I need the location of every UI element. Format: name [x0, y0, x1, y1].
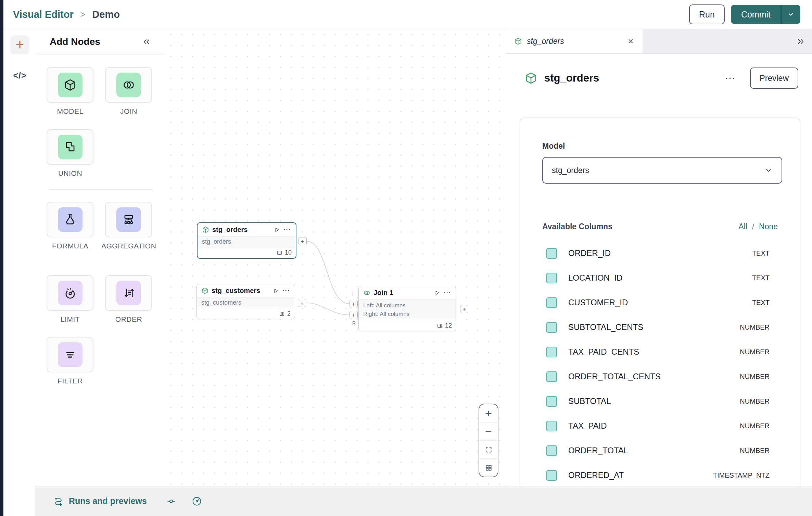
- column-count-badge: 2: [287, 310, 291, 317]
- column-name: ORDER_ID: [568, 248, 752, 258]
- runs-and-previews-button[interactable]: Runs and previews: [69, 496, 147, 506]
- zoom-toolbar: + −: [479, 404, 498, 477]
- run-button[interactable]: Run: [689, 4, 725, 24]
- column-type: NUMBER: [740, 323, 770, 331]
- column-row: SUBTOTAL_CENTS NUMBER: [542, 315, 778, 340]
- stg-customers-output-port[interactable]: +: [298, 299, 306, 307]
- select-separator: /: [752, 222, 754, 231]
- gauge-icon: [58, 281, 83, 305]
- column-checkbox[interactable]: [546, 273, 557, 283]
- run-button-label: Run: [699, 10, 715, 20]
- node-type-limit[interactable]: [47, 275, 93, 311]
- flow-canvas[interactable]: stg_orders ⋯ stg_orders 10 + stg_custome…: [165, 29, 505, 486]
- column-type: NUMBER: [740, 348, 770, 356]
- tab-close-button[interactable]: ✕: [627, 37, 634, 46]
- available-columns-list: ORDER_ID TEXT LOCATION_ID TEXT CUSTOMER_…: [542, 241, 778, 486]
- add-nodes-title: Add Nodes: [50, 36, 100, 47]
- column-type: NUMBER: [740, 397, 770, 405]
- column-row: ORDER_ID TEXT: [542, 241, 778, 266]
- column-checkbox[interactable]: [546, 347, 557, 357]
- stg-orders-output-port[interactable]: +: [299, 237, 307, 245]
- add-node-rail-button[interactable]: +: [10, 35, 29, 54]
- node-run-button[interactable]: [434, 290, 440, 296]
- app-container: Visual Editor > Demo Run Commit + </> Ad…: [0, 0, 812, 516]
- fit-view-button[interactable]: [479, 441, 498, 459]
- column-row: ORDERED_AT TIMESTAMP_NTZ: [542, 463, 778, 486]
- zoom-in-button[interactable]: +: [479, 404, 498, 422]
- node-type-join[interactable]: [105, 67, 152, 103]
- flask-icon: [58, 207, 83, 232]
- select-all-link[interactable]: All: [738, 222, 747, 231]
- code-editor-button[interactable]: </>: [10, 69, 29, 82]
- node-footer: 2: [197, 308, 295, 319]
- zoom-out-button[interactable]: −: [479, 422, 498, 441]
- node-type-model[interactable]: [47, 67, 93, 103]
- workflow-runs-icon: [53, 496, 64, 507]
- node-type-formula[interactable]: [47, 202, 93, 237]
- collapse-panel-button[interactable]: [142, 37, 151, 46]
- column-checkbox[interactable]: [546, 421, 557, 431]
- column-name: TAX_PAID_CENTS: [568, 347, 740, 357]
- join-right-port-label: R: [352, 320, 356, 326]
- columns-icon: [279, 311, 285, 317]
- node-type-filter[interactable]: [47, 337, 93, 372]
- auto-layout-button[interactable]: [479, 459, 498, 477]
- play-icon: [434, 290, 440, 296]
- sitemap-icon: [116, 207, 141, 232]
- node-type-order[interactable]: [105, 275, 152, 311]
- join-output-port[interactable]: +: [460, 305, 468, 313]
- model-select[interactable]: stg_orders: [542, 157, 782, 184]
- column-checkbox[interactable]: [546, 445, 557, 456]
- canvas-node-join-1[interactable]: Join 1 ⋯ Left: All columns Right: All co…: [358, 286, 456, 331]
- commit-chevron-button[interactable]: [781, 5, 800, 24]
- node-menu-button[interactable]: ⋯: [282, 287, 290, 294]
- cube-icon: [202, 226, 209, 233]
- column-row: TAX_PAID NUMBER: [542, 414, 778, 438]
- column-type: TEXT: [752, 249, 770, 257]
- breadcrumb-app-link[interactable]: Visual Editor: [13, 9, 74, 20]
- column-name: ORDER_TOTAL_CENTS: [568, 372, 740, 381]
- select-none-link[interactable]: None: [759, 222, 778, 231]
- node-type-union[interactable]: [47, 129, 93, 165]
- column-count-badge: 10: [285, 249, 292, 256]
- join-left-input-port[interactable]: +: [350, 300, 358, 308]
- model-select-value: stg_orders: [552, 166, 764, 175]
- panel-menu-button[interactable]: ⋯: [725, 73, 736, 83]
- column-checkbox[interactable]: [546, 371, 557, 382]
- tab-stg-orders[interactable]: stg_orders ✕: [505, 29, 643, 53]
- column-row: ORDER_TOTAL NUMBER: [542, 438, 778, 463]
- node-run-button[interactable]: [272, 287, 279, 294]
- node-menu-button[interactable]: ⋯: [443, 289, 452, 296]
- pin-panel-button[interactable]: [166, 496, 176, 506]
- plus-icon: +: [352, 301, 355, 307]
- preview-button-label: Preview: [760, 73, 789, 83]
- column-checkbox[interactable]: [546, 248, 557, 259]
- join-left-summary: Left: All columns: [363, 301, 452, 310]
- commit-split-button: Commit: [731, 5, 800, 24]
- node-menu-button[interactable]: ⋯: [283, 226, 291, 233]
- column-checkbox[interactable]: [546, 322, 557, 333]
- join-right-input-port[interactable]: +: [350, 311, 358, 319]
- column-type: NUMBER: [740, 447, 770, 455]
- preview-button[interactable]: Preview: [750, 67, 798, 89]
- column-checkbox[interactable]: [546, 470, 557, 481]
- column-checkbox[interactable]: [546, 297, 557, 308]
- plus-icon: +: [462, 306, 466, 312]
- column-name: TAX_PAID: [568, 421, 740, 431]
- explore-button[interactable]: [191, 496, 202, 507]
- commit-button[interactable]: Commit: [731, 5, 781, 24]
- add-nodes-header: Add Nodes: [35, 29, 165, 54]
- compass-icon: [191, 496, 202, 507]
- column-checkbox[interactable]: [546, 396, 557, 407]
- node-subtitle: stg_customers: [197, 297, 295, 308]
- canvas-node-stg-customers[interactable]: stg_customers ⋯ stg_customers 2: [196, 284, 295, 319]
- node-type-aggregation[interactable]: [105, 202, 152, 237]
- filter-lines-icon: [58, 342, 83, 367]
- bottom-status-bar: Runs and previews: [35, 486, 812, 516]
- canvas-node-stg-orders[interactable]: stg_orders ⋯ stg_orders 10: [197, 222, 296, 259]
- tab-label: stg_orders: [527, 37, 623, 46]
- window-edge-stripe: [0, 0, 3, 516]
- chevron-double-right-icon: [796, 37, 805, 46]
- expand-panel-button[interactable]: [796, 29, 805, 53]
- node-run-button[interactable]: [274, 226, 280, 233]
